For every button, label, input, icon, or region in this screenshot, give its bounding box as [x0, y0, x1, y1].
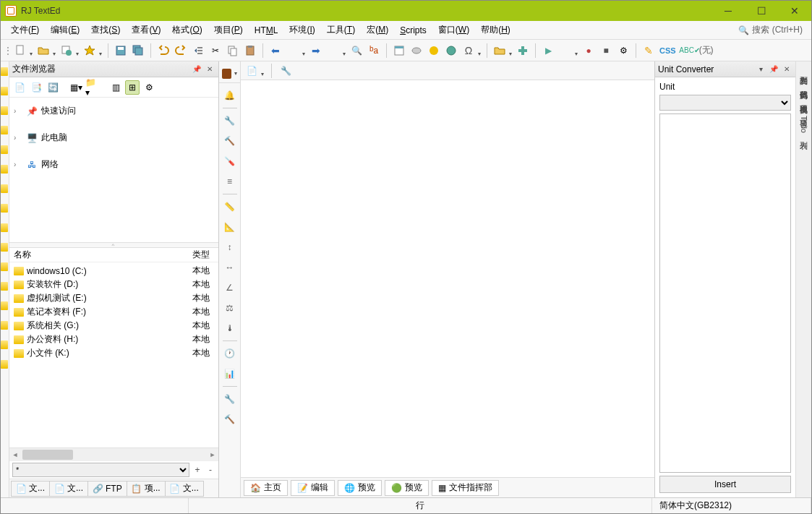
nav-back-dd[interactable] [285, 43, 301, 59]
menu-macro[interactable]: 宏(M) [361, 22, 394, 38]
close-button[interactable]: ✕ [778, 1, 811, 21]
redo-button[interactable] [173, 43, 189, 59]
drive-row[interactable]: windows10 (C:)本地 [9, 264, 218, 278]
filter-remove[interactable]: - [205, 465, 215, 475]
run-button[interactable]: ▶ [540, 43, 556, 59]
exp-view-dd[interactable]: ▦▾ [69, 80, 83, 95]
filter-combo[interactable]: * [12, 463, 189, 477]
exp-folder-dd[interactable]: 📁▾ [85, 80, 100, 95]
stop-button[interactable]: ■ [598, 43, 614, 59]
exp-settings[interactable]: ⚙ [142, 80, 156, 95]
nav-back-button[interactable]: ⬅ [268, 43, 283, 59]
exp-tab-proj[interactable]: 📋项... [127, 481, 166, 497]
menu-search-box[interactable]: 🔍 搜索 (Ctrl+H) [738, 24, 807, 36]
menu-html[interactable]: HTML [249, 24, 284, 37]
panel-pin-button[interactable]: 📌 [191, 64, 202, 75]
vt-temp-icon[interactable]: 🌡 [222, 320, 238, 336]
vt-chart-icon[interactable]: 📊 [222, 366, 238, 382]
menu-format[interactable]: 格式(O) [166, 22, 208, 38]
exp-btn-6[interactable]: ▥ [108, 80, 123, 95]
recent-button[interactable] [59, 43, 74, 59]
splitter-h[interactable] [9, 242, 218, 248]
expander-icon[interactable]: › [14, 107, 22, 115]
css-label[interactable]: CSS [659, 46, 676, 55]
spellcheck-button[interactable]: ABC✔ [682, 43, 698, 59]
panel-menu-button[interactable]: ▾ [755, 64, 766, 75]
drive-row[interactable]: 笔记本资料 (F:)本地 [9, 305, 218, 319]
vt-ruler-icon[interactable]: 📏 [222, 199, 238, 215]
tool2-button[interactable] [409, 43, 424, 59]
btab-home[interactable]: 🏠主页 [244, 480, 288, 496]
side-tab-classview[interactable]: 项目类视图 [797, 95, 811, 103]
panel-close-button[interactable]: ✕ [781, 64, 792, 75]
highlighter-button[interactable]: ✎ [641, 43, 657, 59]
drive-row[interactable]: 办公资料 (H:)本地 [9, 333, 218, 346]
omega-button[interactable]: Ω [461, 43, 476, 59]
side-tab-doclist[interactable]: 文档列表 [797, 66, 811, 74]
h-scrollbar[interactable]: ◄► [9, 448, 218, 461]
menu-environment[interactable]: 环境(I) [283, 22, 320, 38]
panel-pin-button[interactable]: 📌 [768, 64, 779, 75]
vt-bell-icon[interactable]: 🔔 [222, 87, 238, 103]
find-replace-button[interactable]: ba [366, 43, 382, 59]
panel-close-button[interactable]: ✕ [204, 64, 215, 75]
vt-lines-icon[interactable]: ≡ [222, 174, 238, 189]
menu-search[interactable]: 查找(S) [85, 22, 126, 38]
vt-tool1[interactable]: 🔧 [222, 113, 238, 129]
editor-body[interactable] [241, 80, 654, 477]
unit-select[interactable] [659, 95, 791, 111]
drive-row[interactable]: 系统相关 (G:)本地 [9, 319, 218, 333]
syntax-label[interactable]: (无) [699, 44, 714, 56]
insert-button[interactable]: Insert [659, 476, 791, 493]
new-file-button[interactable] [12, 43, 28, 59]
tree-this-pc[interactable]: › 🖥️ 此电脑 [12, 129, 215, 147]
favorites-button[interactable] [82, 43, 98, 59]
tree-network[interactable]: › 🖧 网络 [12, 155, 215, 174]
undo-button[interactable] [155, 43, 171, 59]
editor-doc-dd[interactable]: 📄 [244, 63, 260, 79]
menu-scripts[interactable]: Scripts [394, 24, 432, 37]
btab-preview-chrome[interactable]: 🟢预览 [385, 480, 429, 496]
side-tab-codebrowser[interactable]: 代码浏览器 [797, 80, 811, 89]
drive-row[interactable]: 虚拟机测试 (E:)本地 [9, 291, 218, 305]
record-button[interactable]: ● [581, 43, 597, 59]
editor-tool-button[interactable]: 🔧 [278, 63, 294, 79]
menu-file[interactable]: 文件(F) [5, 22, 45, 38]
minimize-button[interactable]: ─ [711, 1, 745, 21]
vt-tool2[interactable]: 🔨 [222, 133, 238, 149]
menu-edit[interactable]: 编辑(E) [45, 22, 85, 38]
side-tab-todo[interactable]: 项目 Todo 列表 [797, 109, 811, 140]
filter-add[interactable]: + [192, 465, 202, 475]
status-encoding[interactable]: 简体中文(GB2312) [652, 498, 811, 513]
btab-edit[interactable]: 📝编辑 [291, 480, 335, 496]
tool-gear-button[interactable]: ⚙ [615, 43, 631, 59]
paste-button[interactable] [242, 43, 258, 59]
folder-tool-button[interactable] [492, 43, 508, 59]
exp-tab-5[interactable]: 📄文... [165, 481, 204, 497]
maximize-button[interactable]: ☐ [745, 1, 778, 21]
col-type[interactable]: 类型 [192, 249, 214, 261]
exp-tab-ftp[interactable]: 🔗FTP [87, 481, 127, 497]
tool4-button[interactable] [443, 43, 459, 59]
drive-row[interactable]: 安装软件 (D:)本地 [9, 278, 218, 291]
col-name[interactable]: 名称 [14, 249, 192, 261]
vt-measure2[interactable]: ↔ [222, 260, 238, 275]
unit-listbox[interactable] [659, 113, 791, 473]
menu-tools[interactable]: 工具(T) [321, 22, 361, 38]
exp-btn-2[interactable]: 📑 [29, 80, 43, 95]
save-all-button[interactable] [130, 43, 146, 59]
find-button[interactable]: 🔍 [349, 43, 364, 59]
vt-tool3[interactable]: 🪛 [222, 153, 238, 169]
indent-button[interactable] [190, 43, 206, 59]
menu-help[interactable]: 帮助(H) [475, 22, 516, 38]
vt-clock-icon[interactable]: 🕐 [222, 346, 238, 361]
vt-hammer-icon[interactable]: 🔨 [222, 411, 238, 427]
cut-button[interactable]: ✂ [208, 43, 223, 59]
open-file-button[interactable] [35, 43, 51, 59]
exp-refresh[interactable]: 🔄 [46, 80, 60, 95]
menu-view[interactable]: 查看(V) [126, 22, 166, 38]
expander-icon[interactable]: › [14, 160, 22, 168]
exp-tab-1[interactable]: 📄文... [11, 481, 50, 497]
drive-list[interactable]: windows10 (C:)本地 安装软件 (D:)本地 虚拟机测试 (E:)本… [9, 262, 218, 447]
run-dd[interactable] [557, 43, 573, 59]
